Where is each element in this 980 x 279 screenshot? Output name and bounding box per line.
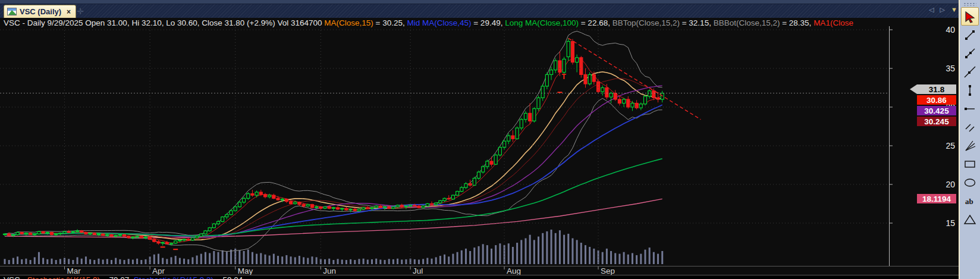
tool-fan-lines-button[interactable] [961, 136, 979, 155]
text-segment: = 30.25, [373, 18, 407, 27]
svg-text:35: 35 [946, 64, 955, 73]
svg-text:31.8: 31.8 [929, 85, 945, 94]
svg-text:30.86: 30.86 [926, 96, 947, 105]
charting-app-window: VSC (Daily) × ✛ ◁ ▷ ▼ VSC - Daily 9/29/2… [0, 0, 980, 279]
drawing-toolbar: ab [959, 0, 980, 279]
tool-horizontal-line-button[interactable] [961, 99, 979, 118]
svg-text:May: May [238, 267, 253, 275]
svg-text:30.425: 30.425 [924, 106, 949, 115]
svg-text:Aug: Aug [507, 267, 521, 275]
new-tab-icon[interactable]: ✛ [76, 7, 84, 15]
pointer-select-icon [963, 10, 976, 23]
svg-text:15: 15 [946, 218, 955, 228]
text-segment: Stochastic %K(15,9) [27, 275, 100, 279]
svg-text:Sep: Sep [601, 267, 615, 275]
text-segment: Long MA(Close,100) [505, 18, 579, 27]
text-segment: Mid MA(Close,45) [407, 18, 471, 27]
toolbar-grip[interactable] [963, 2, 976, 6]
trend-ray-icon [963, 47, 976, 60]
svg-text:25: 25 [946, 141, 955, 151]
parallel-lines-icon [963, 121, 976, 134]
tool-pointer-select-button[interactable] [961, 7, 979, 26]
tab-bar: VSC (Daily) × ✛ ◁ ▷ ▼ [0, 0, 959, 18]
tab-scroll-right-icon[interactable]: ▷ [940, 5, 944, 14]
chart-pane: VSC - Daily 9/29/2025 Open 31.00, Hi 32.… [0, 18, 959, 279]
text-label-icon: ab [963, 195, 976, 208]
text-segment: MA1(Close [813, 18, 853, 27]
text-segment: = 29.49, [471, 18, 505, 27]
text-segment: = 22.68, [579, 18, 612, 27]
tab-bar-top-strip [0, 0, 959, 4]
ellipse-icon [963, 176, 976, 189]
text-segment: = 79.07, [100, 275, 134, 279]
vertical-line-icon [963, 84, 976, 97]
tool-parallel-lines-button[interactable] [961, 118, 979, 136]
text-segment: VSC - [4, 275, 27, 279]
svg-text:T: T [562, 73, 567, 81]
fan-lines-icon [963, 139, 976, 152]
chart-thumbnail-icon [7, 8, 17, 15]
tab-list-dropdown-icon[interactable]: ▼ [951, 5, 957, 14]
tool-rectangle-button[interactable] [961, 155, 979, 173]
indicator-title-line: VSC - Daily 9/29/2025 Open 31.00, Hi 32.… [0, 18, 959, 29]
text-segment: = 59.04 [213, 275, 243, 279]
svg-text:Jul: Jul [413, 267, 423, 275]
tab-vsc-daily[interactable]: VSC (Daily) × [4, 5, 76, 18]
tab-nav-controls: ◁ ▷ ▼ [929, 5, 957, 14]
svg-text:30.245: 30.245 [924, 117, 949, 126]
text-segment: = 28.35, [780, 18, 813, 27]
horizontal-line-icon [963, 102, 976, 115]
text-segment: BBTop(Close,15,2) [612, 18, 680, 27]
svg-text:18.1194: 18.1194 [922, 195, 951, 203]
text-segment: Stochastic %D(15,9,3) [134, 275, 213, 279]
text-segment: = 32.15, [680, 18, 714, 27]
svg-text:Mar: Mar [67, 267, 81, 275]
svg-text:20: 20 [946, 180, 955, 189]
tool-trend-segment-button[interactable] [961, 26, 979, 44]
tool-vertical-line-button[interactable] [961, 81, 979, 99]
triangle-icon [963, 213, 976, 226]
tool-trend-ray-button[interactable] [961, 44, 979, 62]
trend-extended-line-icon [963, 65, 976, 79]
svg-text:Apr: Apr [152, 267, 165, 275]
tab-title: VSC (Daily) [20, 7, 61, 16]
stochastic-pane-title: VSC - Stochastic %K(15,9) = 79.07, Stoch… [0, 275, 959, 279]
tool-triangle-button[interactable] [961, 210, 979, 228]
svg-text:ab: ab [965, 197, 973, 206]
tab-close-icon[interactable]: × [64, 8, 71, 15]
trend-segment-icon [963, 29, 976, 42]
svg-text:Jun: Jun [323, 267, 336, 275]
text-segment: BBBot(Close,15,2) [714, 18, 780, 27]
rectangle-icon [963, 158, 976, 171]
tab-scroll-left-icon[interactable]: ◁ [929, 5, 934, 14]
price-chart[interactable]: TMarAprMayJunJulAugSep40353025201531.830… [0, 18, 959, 275]
tool-trend-extended-line-button[interactable] [961, 62, 979, 81]
text-segment: MA(Close,15) [324, 18, 373, 27]
tool-ellipse-button[interactable] [961, 173, 979, 192]
text-segment: VSC - Daily 9/29/2025 Open 31.00, Hi 32.… [4, 18, 324, 27]
tool-text-label-button[interactable]: ab [961, 192, 979, 210]
